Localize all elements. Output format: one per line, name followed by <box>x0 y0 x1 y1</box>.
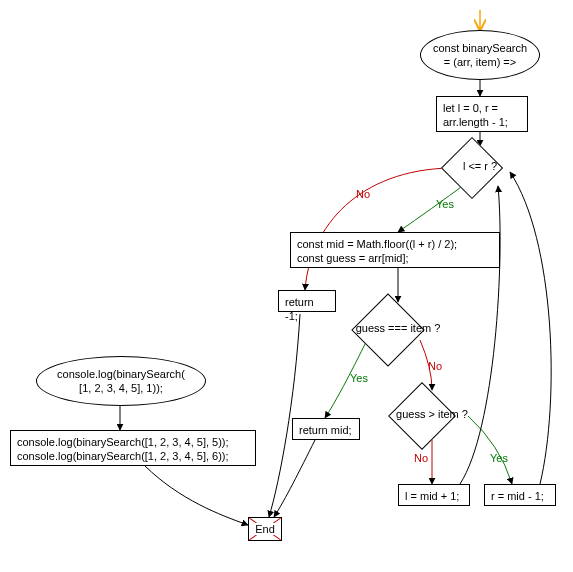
node-mid-text: const mid = Math.floor((l + r) / 2); con… <box>297 238 457 264</box>
node-rminus-text: r = mid - 1; <box>491 490 544 502</box>
label-cond2-no: No <box>428 360 442 372</box>
node-calls-text: console.log(binarySearch([1, 2, 3, 4, 5]… <box>17 436 229 462</box>
node-return-mid-text: return mid; <box>299 424 352 436</box>
node-end: End <box>248 517 282 541</box>
node-cond3-text: guess > item ? <box>386 408 478 421</box>
label-cond2-yes: Yes <box>350 372 368 384</box>
flowchart-canvas: const binarySearch = (arr, item) => let … <box>0 0 573 572</box>
node-start-text: const binarySearch = (arr, item) => <box>433 41 527 70</box>
node-cond1-text: l <= r ? <box>452 160 508 173</box>
node-init: let l = 0, r = arr.length - 1; <box>436 96 528 132</box>
node-return-mid: return mid; <box>292 418 360 440</box>
node-calls: console.log(binarySearch([1, 2, 3, 4, 5]… <box>10 430 256 466</box>
node-start: const binarySearch = (arr, item) => <box>420 30 540 80</box>
label-cond3-yes: Yes <box>490 452 508 464</box>
node-init-text: let l = 0, r = arr.length - 1; <box>443 102 508 128</box>
node-end-text: End <box>254 523 276 535</box>
label-cond1-no: No <box>356 188 370 200</box>
node-return-neg1-text: return -1; <box>285 296 314 322</box>
node-call1: console.log(binarySearch( [1, 2, 3, 4, 5… <box>36 356 206 406</box>
node-call1-text: console.log(binarySearch( [1, 2, 3, 4, 5… <box>57 367 185 396</box>
label-cond1-yes: Yes <box>436 198 454 210</box>
node-rminus: r = mid - 1; <box>484 484 556 506</box>
node-lplus-text: l = mid + 1; <box>405 490 459 502</box>
label-cond3-no: No <box>414 452 428 464</box>
node-return-neg1: return -1; <box>278 290 336 312</box>
node-lplus: l = mid + 1; <box>398 484 470 506</box>
node-cond2-text: guess === item ? <box>348 322 448 335</box>
node-mid: const mid = Math.floor((l + r) / 2); con… <box>290 232 500 268</box>
